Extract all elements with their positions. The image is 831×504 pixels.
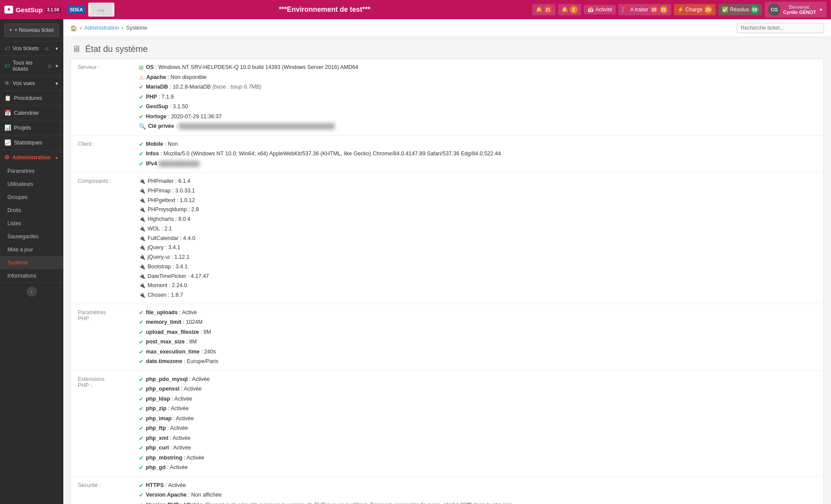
- orange-bell-button[interactable]: 🔔 2: [558, 4, 581, 15]
- env-banner: ***Environnement de test***: [121, 6, 528, 14]
- params-php-label: ParamètresPHP :: [78, 309, 139, 366]
- ok-icon-e6: ✔: [139, 424, 144, 433]
- sidebar-item-calendrier[interactable]: 📅 Calendrier: [0, 106, 63, 120]
- home-icon[interactable]: 🏠: [70, 25, 77, 31]
- new-ticket-button[interactable]: + + Nouveau ticket: [4, 24, 59, 37]
- bell-button[interactable]: 🔔 21: [532, 4, 555, 15]
- breadcrumb-admin-link[interactable]: Administration: [84, 25, 119, 31]
- ok-icon-e9: ✔: [139, 454, 144, 463]
- sidebar-item-vos-tickets[interactable]: 🏷 Vos tickets ⚠ ▼: [0, 41, 63, 55]
- comp-phpmysqldump: 🔌PHPmysqldump : 2.8: [139, 206, 817, 214]
- sidebar-sub-systeme[interactable]: Système: [0, 256, 63, 269]
- traiter-button[interactable]: 🚩 A traiter 29 31: [618, 4, 671, 15]
- monitor-icon: 🖥: [72, 44, 81, 54]
- params-php-row: ParamètresPHP : ✔file_uploads : Activé ✔…: [71, 304, 824, 371]
- ok-icon-e3: ✔: [139, 395, 144, 404]
- ok-icon-p5: ✔: [139, 348, 144, 357]
- client-label: Client :: [78, 140, 139, 168]
- sidebar-sub-parametres[interactable]: Paramètres: [0, 165, 63, 178]
- breadcrumb: 🏠 › Administration › Système: [63, 19, 831, 37]
- sidebar-item-statistiques[interactable]: 📈 Statistiques: [0, 135, 63, 150]
- svg-text:img: img: [99, 8, 104, 12]
- sidebar-item-tous-tickets[interactable]: 🏷 Tous les tickets ⚠ ▼: [0, 56, 63, 76]
- sidebar-new-ticket-section: + + Nouveau ticket: [0, 24, 63, 41]
- top-navbar: ✦ GestSup 3.1.50 SDEA img ***Environneme…: [0, 0, 831, 19]
- ext-ldap: ✔php_ldap : Activée: [139, 395, 817, 404]
- nav-actions: 🔔 21 🔔 2 📅 Activité 🚩 A traiter 29 31 ⚡ …: [532, 2, 827, 17]
- sidebar-sub-droits[interactable]: Droits: [0, 204, 63, 217]
- client-row: Client : ✔ Mobile : Non ✔ Infos : Mozill…: [71, 136, 824, 173]
- plug-icon-5: 🔌: [139, 215, 145, 223]
- sidebar-sub-sauvegardes[interactable]: Sauvegardes: [0, 230, 63, 243]
- plug-icon-3: 🔌: [139, 196, 145, 204]
- sidebar-sub-listes[interactable]: Listes: [0, 217, 63, 230]
- composants-row: Composants : 🔌PHPmailer : 6.1.4 🔌PHPimap…: [71, 173, 824, 304]
- gestsup-ok-icon: ✔: [139, 103, 144, 111]
- cleprivee-info-icon: 🔍: [139, 122, 146, 131]
- server-mariadb-line: ✔ MariaDB : 10.2.8-MariaDB (base : bsup …: [139, 83, 817, 92]
- sidebar-calendrier-section: 📅 Calendrier: [0, 106, 63, 120]
- flag-icon: 🚩: [622, 7, 628, 13]
- search-input[interactable]: [737, 23, 824, 33]
- app-name: GestSup: [16, 6, 43, 14]
- client-mobile-line: ✔ Mobile : Non: [139, 140, 817, 149]
- params-php-values: ✔file_uploads : Activé ✔memory_limit : 1…: [139, 309, 817, 366]
- sidebar-item-administration[interactable]: ⚙ Administration ▲: [0, 150, 63, 165]
- plug-icon-8: 🔌: [139, 243, 145, 251]
- new-ticket-label: + Nouveau ticket: [14, 27, 54, 33]
- sidebar-item-procedures[interactable]: 📋 Procédures: [0, 91, 63, 105]
- admin-chevron-icon: ▲: [55, 155, 59, 160]
- sidebar-item-projets[interactable]: 📊 Projets: [0, 120, 63, 135]
- tous-chevron-icon: ▼: [55, 64, 59, 69]
- ok-icon-e7: ✔: [139, 434, 144, 443]
- sidebar-sub-utilisateurs[interactable]: Utilisateurs: [0, 178, 63, 191]
- sidebar-sub-groupes[interactable]: Groupes: [0, 191, 63, 204]
- client-infos-line: ✔ Infos : Mozilla/5.0 (Windows NT 10.0; …: [139, 150, 817, 158]
- chevron-down-icon: ▼: [819, 7, 823, 12]
- comp-wol: 🔌WOL : 2.1: [139, 225, 817, 233]
- warn-icon-s3: ⚠: [139, 501, 144, 504]
- sidebar-sub-mise-a-jour[interactable]: Mise à jour: [0, 243, 63, 256]
- plug-icon-2: 🔌: [139, 187, 145, 195]
- user-menu-button[interactable]: CG Bienvenue, Cyrille GÉNOT ▼: [765, 2, 827, 17]
- plug-icon-1: 🔌: [139, 177, 145, 185]
- scroll-up-button[interactable]: ‹: [27, 286, 37, 297]
- ok-icon-e1: ✔: [139, 375, 144, 384]
- php-memory-limit: ✔memory_limit : 1024M: [139, 318, 817, 327]
- extensions-php-values: ✔php_pdo_mysql : Activée ✔php_openssl : …: [139, 375, 817, 472]
- ok-icon-s2: ✔: [139, 491, 144, 500]
- sidebar-administration-section: ⚙ Administration ▲ Paramètres Utilisateu…: [0, 150, 63, 283]
- sidebar-tous-tickets-section: 🏷 Tous les tickets ⚠ ▼: [0, 56, 63, 76]
- plug-icon-9: 🔌: [139, 253, 145, 261]
- vos-tickets-label: Vos tickets: [13, 45, 39, 51]
- sidebar-sub-informations[interactable]: Informations: [0, 269, 63, 282]
- comp-phpimap: 🔌PHPimap : 3.0.33.1: [139, 187, 817, 195]
- plug-icon-10: 🔌: [139, 263, 145, 271]
- ok-icon-p1: ✔: [139, 309, 144, 317]
- scroll-up-btn-area: ‹: [0, 283, 63, 300]
- comp-fullcalendar: 🔌FullCalendar : 4.4.0: [139, 234, 817, 243]
- bell-icon: 🔔: [536, 7, 542, 13]
- ok-icon-p4: ✔: [139, 338, 144, 346]
- sidebar-projets-section: 📊 Projets: [0, 120, 63, 135]
- logo-image: img: [88, 3, 114, 17]
- resolus-button[interactable]: ✅ Résolus 59: [718, 4, 762, 15]
- sidebar-statistiques-section: 📈 Statistiques: [0, 135, 63, 150]
- statistiques-label: Statistiques: [14, 140, 42, 146]
- tous-warn-icon: ⚠: [48, 63, 52, 69]
- ok-icon-p2: ✔: [139, 318, 144, 327]
- plug-icon-12: 🔌: [139, 281, 145, 289]
- admin-icon: ⚙: [4, 154, 10, 161]
- charge-button[interactable]: ⚡ Charge 2h: [674, 4, 716, 15]
- mobile-ok-icon: ✔: [139, 140, 144, 149]
- comp-chosen: 🔌Chosen : 1.8.7: [139, 291, 817, 299]
- procedures-icon: 📋: [4, 95, 11, 101]
- sec-php-version: ⚠ Version PHP : Affichée (Pour plus de s…: [139, 501, 817, 504]
- tag2-icon: 🏷: [4, 63, 10, 69]
- comp-bootstrap: 🔌Bootstrap : 3.4.1: [139, 263, 817, 271]
- ok-icon-e8: ✔: [139, 444, 144, 453]
- activite-button[interactable]: 📅 Activité: [584, 5, 616, 14]
- sidebar-item-vos-vues[interactable]: 👁 Vos vues ▼: [0, 76, 63, 90]
- comp-moment: 🔌Moment : 2.24.0: [139, 281, 817, 290]
- search-area: [737, 23, 824, 33]
